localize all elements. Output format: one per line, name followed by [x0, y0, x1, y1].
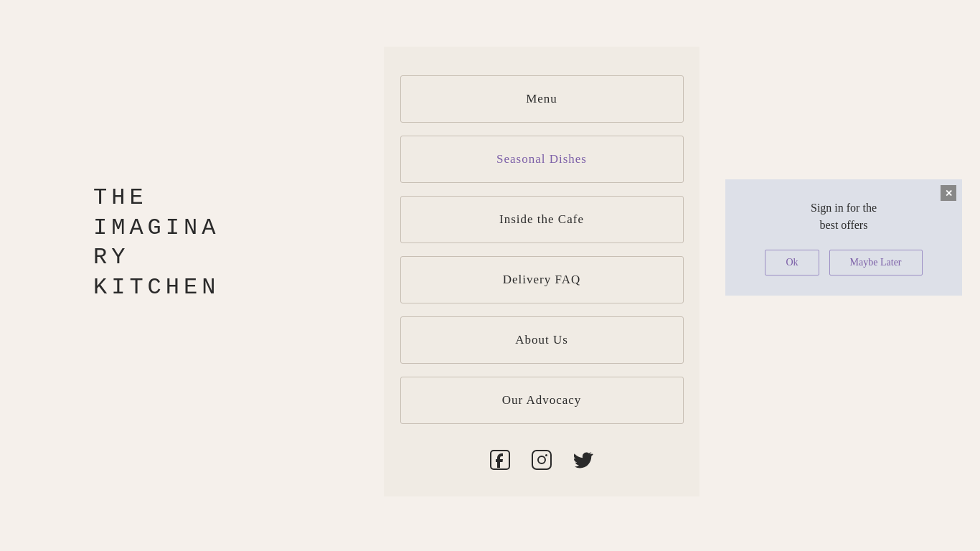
nav-menu-button[interactable]: Menu: [400, 75, 684, 123]
nav-about-us-button[interactable]: About Us: [400, 316, 684, 364]
nav-seasonal-dishes-button[interactable]: Seasonal Dishes: [400, 136, 684, 183]
nav-our-advocacy-button[interactable]: Our Advocacy: [400, 377, 684, 424]
nav-delivery-faq-button[interactable]: Delivery FAQ: [400, 256, 684, 303]
svg-rect-1: [532, 451, 551, 469]
logo: THE IMAGINA RY KITCHEN: [93, 183, 220, 302]
facebook-icon[interactable]: [490, 450, 510, 475]
nav-inside-cafe-button[interactable]: Inside the Cafe: [400, 196, 684, 243]
svg-point-3: [545, 454, 547, 456]
popup-close-button[interactable]: ✕: [941, 185, 956, 201]
nav-panel: Menu Seasonal Dishes Inside the Cafe Del…: [384, 47, 699, 496]
popup-maybe-later-button[interactable]: Maybe Later: [829, 250, 923, 276]
social-row: [490, 450, 593, 475]
popup-ok-button[interactable]: Ok: [765, 250, 819, 276]
instagram-icon[interactable]: [532, 450, 552, 475]
logo-text: THE IMAGINA RY KITCHEN: [93, 183, 220, 302]
svg-point-2: [538, 456, 545, 463]
popup-message: Sign in for the best offers: [745, 199, 942, 234]
twitter-icon[interactable]: [573, 450, 593, 475]
popup-buttons: Ok Maybe Later: [745, 250, 942, 276]
signin-popup: ✕ Sign in for the best offers Ok Maybe L…: [725, 179, 962, 296]
